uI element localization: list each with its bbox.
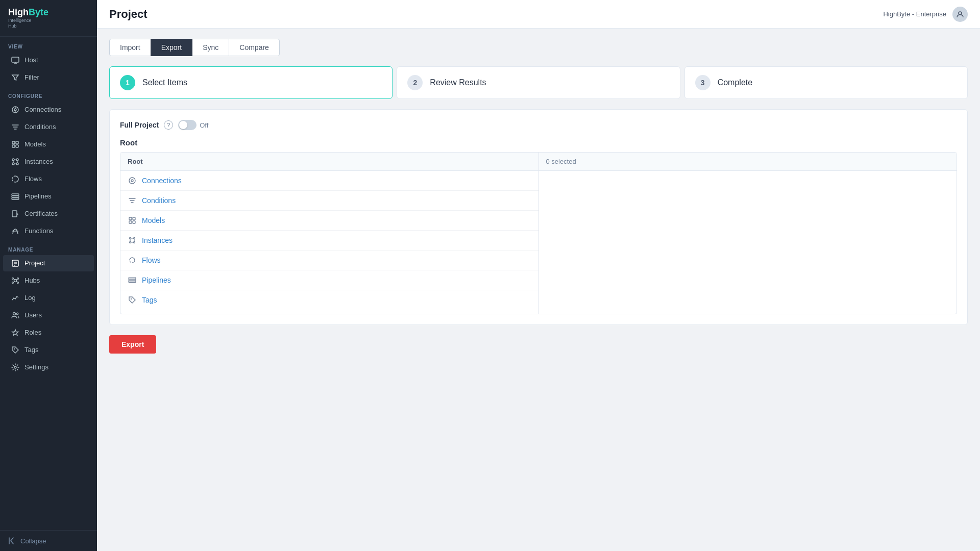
connections-icon: [11, 106, 19, 114]
manage-section-label: MANAGE: [0, 240, 97, 255]
step-2: 2 Review Results: [397, 66, 680, 99]
tab-sync[interactable]: Sync: [192, 39, 229, 56]
objects-body: Connections Conditions M: [120, 171, 957, 314]
conditions-obj-icon: [128, 196, 137, 205]
settings-icon: [11, 363, 19, 371]
sidebar-item-users[interactable]: Users: [3, 307, 94, 323]
user-avatar[interactable]: [952, 7, 968, 22]
sidebar-item-connections[interactable]: Connections: [3, 102, 94, 118]
sidebar-item-certificates[interactable]: Certificates: [3, 206, 94, 222]
svg-rect-36: [129, 217, 132, 220]
conditions-sidebar-icon: [11, 123, 19, 131]
collapse-button[interactable]: Collapse: [8, 537, 89, 545]
roles-icon: [11, 329, 19, 337]
svg-rect-44: [129, 278, 136, 279]
svg-point-24: [12, 278, 14, 279]
sidebar-item-project-label: Project: [24, 259, 45, 267]
object-flows-label: Flows: [142, 256, 161, 264]
objects-right-panel: [539, 171, 957, 314]
object-item-connections[interactable]: Connections: [120, 171, 538, 191]
sidebar-item-flows-label: Flows: [24, 175, 42, 183]
logo-sub: IntelligenceHub: [8, 18, 48, 29]
full-project-row: Full Project ? Off: [120, 120, 957, 130]
sidebar-item-settings-label: Settings: [24, 363, 48, 371]
step-1-number: 1: [120, 75, 135, 90]
hubs-icon: [11, 277, 19, 285]
tags-sidebar-icon: [11, 346, 19, 354]
steps-row: 1 Select Items 2 Review Results 3 Comple…: [109, 66, 968, 99]
step-2-label: Review Results: [430, 78, 486, 87]
objects-list: Connections Conditions M: [120, 171, 539, 314]
sidebar-item-pipelines-label: Pipelines: [24, 192, 52, 200]
sidebar-item-tags[interactable]: Tags: [3, 342, 94, 358]
svg-point-41: [134, 238, 135, 239]
svg-point-40: [130, 238, 131, 239]
object-item-models[interactable]: Models: [120, 211, 538, 231]
sidebar-item-flows[interactable]: Flows: [3, 171, 94, 187]
connections-obj-icon: [128, 176, 137, 185]
tags-obj-icon: [128, 295, 137, 305]
step-3: 3 Complete: [684, 66, 968, 99]
sidebar-item-models[interactable]: Models: [3, 136, 94, 153]
help-icon[interactable]: ?: [164, 120, 173, 130]
object-item-pipelines[interactable]: Pipelines: [120, 270, 538, 290]
sidebar-item-host[interactable]: Host: [3, 52, 94, 68]
sidebar-item-hubs[interactable]: Hubs: [3, 272, 94, 289]
svg-point-35: [131, 180, 133, 182]
object-instances-label: Instances: [142, 236, 173, 244]
sidebar-item-log-label: Log: [24, 294, 36, 302]
sidebar-item-instances[interactable]: Instances: [3, 154, 94, 170]
project-icon: [11, 259, 19, 267]
logo-high: High: [8, 7, 29, 17]
sidebar-item-functions[interactable]: Functions: [3, 223, 94, 239]
svg-point-34: [129, 178, 135, 184]
pipelines-obj-icon: [128, 276, 137, 285]
svg-point-14: [16, 163, 18, 165]
topbar-right: HighByte - Enterprise: [883, 7, 968, 22]
svg-rect-0: [12, 57, 19, 62]
sidebar-item-connections-label: Connections: [24, 106, 61, 113]
svg-point-27: [17, 282, 19, 283]
object-item-instances[interactable]: Instances: [120, 231, 538, 251]
svg-rect-16: [12, 196, 19, 197]
filter-icon: [11, 73, 19, 82]
sidebar-item-conditions[interactable]: Conditions: [3, 119, 94, 135]
svg-point-43: [134, 242, 135, 243]
sidebar-item-hubs-label: Hubs: [24, 277, 40, 284]
view-section-label: VIEW: [0, 37, 97, 52]
sidebar-item-pipelines[interactable]: Pipelines: [3, 188, 94, 205]
sidebar-item-log[interactable]: Log: [3, 290, 94, 306]
step-2-number: 2: [407, 75, 423, 90]
svg-rect-18: [12, 211, 17, 217]
tab-export[interactable]: Export: [151, 39, 192, 56]
configure-section-label: CONFIGURE: [0, 86, 97, 101]
select-objects-label: Root: [120, 138, 957, 147]
sidebar-item-project[interactable]: Project: [3, 255, 94, 271]
svg-point-47: [131, 298, 132, 299]
full-project-toggle[interactable]: [178, 120, 197, 130]
objects-header-root: Root: [120, 153, 539, 170]
step-3-label: Complete: [718, 78, 752, 87]
object-conditions-label: Conditions: [142, 196, 176, 205]
tab-compare[interactable]: Compare: [229, 39, 280, 56]
certificates-icon: [11, 210, 19, 218]
svg-rect-8: [16, 141, 18, 144]
full-project-label: Full Project: [120, 121, 159, 129]
functions-icon: [11, 227, 19, 235]
object-pipelines-label: Pipelines: [142, 276, 171, 284]
sidebar-item-roles[interactable]: Roles: [3, 324, 94, 341]
sidebar-item-certificates-label: Certificates: [24, 210, 58, 217]
object-item-tags[interactable]: Tags: [120, 290, 538, 310]
tab-import[interactable]: Import: [109, 39, 151, 56]
object-item-flows[interactable]: Flows: [120, 251, 538, 270]
sidebar-item-filter[interactable]: Filter: [3, 69, 94, 86]
step-1: 1 Select Items: [109, 66, 393, 99]
object-item-conditions[interactable]: Conditions: [120, 191, 538, 211]
export-button[interactable]: Export: [109, 335, 156, 354]
svg-point-13: [12, 163, 14, 165]
svg-point-30: [14, 348, 15, 349]
host-icon: [11, 56, 19, 64]
sidebar-item-settings[interactable]: Settings: [3, 359, 94, 375]
models-obj-icon: [128, 216, 137, 225]
svg-rect-38: [129, 221, 132, 223]
